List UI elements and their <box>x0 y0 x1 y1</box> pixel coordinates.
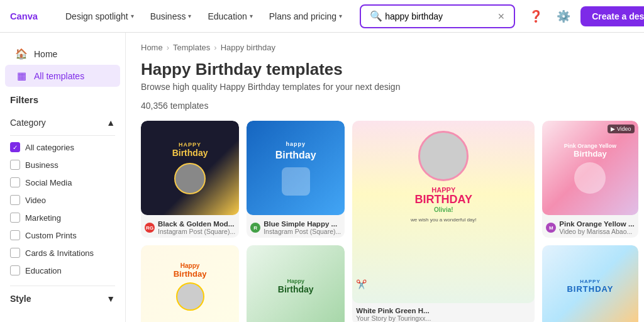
content-area: Home › Templates › Happy birthday Happy … <box>126 33 644 322</box>
page-subtitle: Browse high quality Happy Birthday templ… <box>141 82 629 92</box>
filter-checkbox <box>10 195 20 205</box>
filter-label: Education <box>25 266 62 275</box>
chevron-up-icon: ▲ <box>106 118 115 128</box>
chevron-down-icon: ▾ <box>131 13 134 19</box>
nav-design-spotlight[interactable]: Design spotlight ▾ <box>58 8 142 25</box>
nav-plans-pricing[interactable]: Plans and pricing ▾ <box>262 8 350 25</box>
style-filter-header[interactable]: Style ▼ <box>10 289 115 309</box>
filter-checkbox <box>10 177 20 187</box>
nav-business[interactable]: Business ▾ <box>143 8 199 25</box>
sidebar: 🏠 Home ▦ All templates Filters Category … <box>0 33 126 322</box>
divider <box>10 286 115 286</box>
breadcrumb: Home › Templates › Happy birthday <box>141 43 629 52</box>
divider <box>10 135 115 136</box>
template-card[interactable]: HAPPY BIRTHDAY HAPPY BIRTHDAY <box>542 245 638 322</box>
template-card[interactable]: Pink Orange Yellow Birthday ▶ Video M Pi… <box>542 121 638 238</box>
scissors-icon: ✂️ <box>356 279 367 289</box>
filter-marketing[interactable]: Marketing <box>10 209 115 226</box>
filter-label: Cards & Invitations <box>25 248 94 258</box>
template-card[interactable]: HAPPY Birthday RG Black & Golden Mod... … <box>141 121 239 238</box>
filter-checkbox <box>10 230 20 240</box>
nav-education[interactable]: Education ▾ <box>200 8 260 25</box>
filter-label: Video <box>25 196 46 205</box>
filter-checkbox <box>10 213 20 223</box>
breadcrumb-templates[interactable]: Templates <box>173 43 210 52</box>
breadcrumb-separator: › <box>167 43 169 52</box>
filter-checkbox: ✓ <box>10 142 20 152</box>
breadcrumb-current: Happy birthday <box>221 43 275 52</box>
filter-checkbox <box>10 265 20 275</box>
sidebar-item-label: All templates <box>34 71 84 81</box>
filters-section: Filters Category ▲ ✓ All categories Busi… <box>0 87 125 311</box>
template-card[interactable]: HAPPY BIRTHDAY Olivia! we wish you a won… <box>352 121 535 322</box>
filter-label: Business <box>25 160 58 170</box>
category-label: Category <box>10 118 46 128</box>
template-count: 40,356 templates <box>141 101 629 111</box>
sidebar-item-home[interactable]: 🏠 Home <box>5 43 120 65</box>
settings-icon[interactable]: ⚙️ <box>553 6 574 27</box>
chevron-down-icon: ▾ <box>339 13 342 19</box>
filter-education[interactable]: Education <box>10 262 115 279</box>
templates-icon: ▦ <box>15 70 28 82</box>
home-icon: 🏠 <box>15 48 28 60</box>
search-input[interactable] <box>385 11 495 21</box>
page-title: Happy Birthday templates <box>141 60 629 79</box>
category-filter-header[interactable]: Category ▲ <box>10 113 115 133</box>
nav-links: Design spotlight ▾ Business ▾ Education … <box>58 8 350 25</box>
search-icon: 🔍 <box>367 10 385 22</box>
template-card[interactable]: Happy Birthday Happy Birthday <box>141 245 239 322</box>
create-design-button[interactable]: Create a design <box>580 6 644 26</box>
chevron-down-icon: ▾ <box>188 13 191 19</box>
filter-label: Social Media <box>25 178 72 187</box>
filter-label: All categories <box>25 143 74 152</box>
filter-checkbox <box>10 160 20 170</box>
sidebar-item-all-templates[interactable]: ▦ All templates <box>5 65 120 87</box>
top-navigation: Canva Design spotlight ▾ Business ▾ Educ… <box>0 0 644 33</box>
templates-grid: HAPPY Birthday RG Black & Golden Mod... … <box>141 121 629 322</box>
help-icon[interactable]: ❓ <box>525 6 547 27</box>
chevron-down-icon: ▼ <box>106 294 115 304</box>
filter-custom-prints[interactable]: Custom Prints <box>10 226 115 244</box>
search-bar: 🔍 ✕ <box>360 4 515 28</box>
filter-label: Marketing <box>25 213 61 223</box>
filter-all-categories[interactable]: ✓ All categories <box>10 138 115 156</box>
template-card[interactable]: happy Birthday R Blue Simple Happy ... I… <box>247 121 345 238</box>
breadcrumb-home[interactable]: Home <box>141 43 163 52</box>
sidebar-item-label: Home <box>34 49 57 59</box>
filter-label: Custom Prints <box>25 231 77 240</box>
search-clear-button[interactable]: ✕ <box>495 11 508 21</box>
breadcrumb-separator: › <box>214 43 216 52</box>
logo[interactable]: Canva <box>10 9 48 24</box>
filter-video[interactable]: Video <box>10 191 115 209</box>
svg-text:Canva: Canva <box>10 11 38 21</box>
filters-title: Filters <box>10 94 115 105</box>
filter-checkbox <box>10 248 20 258</box>
filter-business[interactable]: Business <box>10 156 115 174</box>
template-card[interactable]: Happy Birthday Happy Birthday <box>247 245 345 322</box>
chevron-down-icon: ▾ <box>250 13 253 19</box>
filter-cards-invitations[interactable]: Cards & Invitations <box>10 244 115 262</box>
filter-social-media[interactable]: Social Media <box>10 174 115 191</box>
main-layout: 🏠 Home ▦ All templates Filters Category … <box>0 33 644 322</box>
topnav-right: ❓ ⚙️ Create a design A <box>525 6 644 27</box>
style-label: Style <box>10 294 31 304</box>
